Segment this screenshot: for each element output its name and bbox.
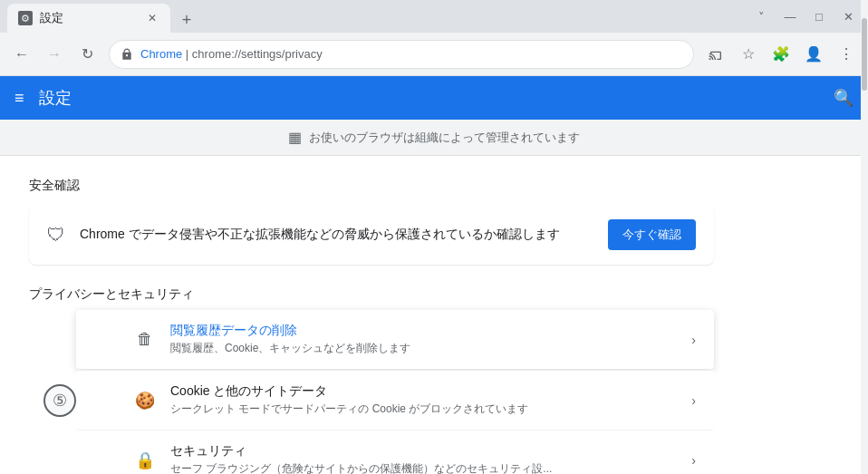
privacy-items-container: ⑤ 🗑 閲覧履歴データの削除 閲覧履歴、Cookie、キャッシュなどを削除します…: [29, 310, 714, 474]
reload-button[interactable]: ↻: [72, 40, 101, 69]
tab-close-button[interactable]: ✕: [145, 11, 159, 25]
managed-icon: ▦: [288, 129, 302, 146]
step-5-badge: ⑤: [43, 384, 76, 417]
security-item[interactable]: 🔒 セキュリティ セーフ ブラウジング（危険なサイトからの保護機能）などのセキュ…: [76, 430, 714, 474]
url-site: Chrome | chrome://settings/privacy: [140, 47, 323, 61]
tab-favicon: ⚙: [18, 11, 33, 25]
back-button[interactable]: ←: [7, 40, 36, 69]
title-bar: ⚙ 設定 ✕ + ˅ — □ ✕: [0, 0, 868, 33]
url-bar[interactable]: Chrome | chrome://settings/privacy: [109, 40, 694, 69]
managed-notice: ▦ お使いのブラウザは組織によって管理されています: [0, 120, 868, 156]
hamburger-icon[interactable]: ≡: [14, 89, 24, 108]
window-close-button[interactable]: ✕: [835, 4, 861, 29]
tab-strip: ⚙ 設定 ✕ +: [7, 0, 199, 33]
lock-icon: [121, 48, 133, 61]
delete-icon: 🗑: [134, 330, 156, 349]
app-title: 設定: [39, 87, 72, 109]
address-bar-actions: ☆ 🧩 👤 ⋮: [701, 40, 861, 69]
cookie-icon: 🍪: [134, 391, 156, 411]
search-icon[interactable]: 🔍: [834, 88, 854, 108]
safety-section-title: 安全確認: [29, 178, 714, 194]
shield-icon: 🛡: [47, 225, 65, 246]
active-tab[interactable]: ⚙ 設定 ✕: [7, 4, 170, 33]
security-text: セキュリティ セーフ ブラウジング（危険なサイトからの保護機能）などのセキュリテ…: [170, 443, 677, 474]
window-controls: ˅ — □ ✕: [748, 4, 861, 29]
safety-check-button[interactable]: 今すぐ確認: [608, 219, 696, 250]
cookie-item[interactable]: 🍪 Cookie と他のサイトデータ シークレット モードでサードパーティの C…: [76, 371, 714, 430]
browsing-history-desc: 閲覧履歴、Cookie、キャッシュなどを削除します: [170, 341, 677, 356]
forward-button[interactable]: →: [40, 40, 69, 69]
security-name: セキュリティ: [170, 443, 677, 459]
maximize-button[interactable]: □: [806, 4, 832, 29]
cookie-desc: シークレット モードでサードパーティの Cookie がブロックされています: [170, 401, 677, 417]
managed-text: お使いのブラウザは組織によって管理されています: [309, 130, 580, 146]
address-bar: ← → ↻ Chrome | chrome://settings/privacy…: [0, 33, 868, 76]
profile-icon[interactable]: 👤: [799, 40, 828, 69]
browsing-history-item[interactable]: 🗑 閲覧履歴データの削除 閲覧履歴、Cookie、キャッシュなどを削除します ›: [76, 310, 714, 369]
bookmark-icon[interactable]: ☆: [734, 40, 763, 69]
browsing-history-text: 閲覧履歴データの削除 閲覧履歴、Cookie、キャッシュなどを削除します: [170, 323, 677, 356]
main-content: ▦ お使いのブラウザは組織によって管理されています 安全確認 🛡 Chrome …: [0, 120, 868, 474]
chevron-right-icon-2: ›: [691, 393, 696, 408]
privacy-section-title: プライバシーとセキュリティ: [29, 286, 714, 303]
app-header: ≡ 設定 🔍: [0, 76, 868, 120]
scrollbar[interactable]: [861, 0, 868, 474]
minimize-button[interactable]: —: [777, 4, 803, 29]
chevron-down-icon[interactable]: ˅: [748, 4, 774, 29]
security-desc: セーフ ブラウジング（危険なサイトからの保護機能）などのセキュリティ設...: [170, 461, 677, 474]
cookie-text: Cookie と他のサイトデータ シークレット モードでサードパーティの Coo…: [170, 383, 677, 417]
menu-icon[interactable]: ⋮: [832, 40, 861, 69]
security-icon: 🔒: [134, 450, 156, 470]
content-area: ▦ お使いのブラウザは組織によって管理されています 安全確認 🛡 Chrome …: [0, 120, 868, 474]
browsing-history-name: 閲覧履歴データの削除: [170, 323, 677, 339]
cookie-name: Cookie と他のサイトデータ: [170, 383, 677, 400]
new-tab-button[interactable]: +: [174, 7, 199, 33]
safety-card-text: Chrome でデータ侵害や不正な拡張機能などの脅威から保護されているか確認しま…: [80, 227, 593, 243]
chevron-right-icon-3: ›: [691, 453, 696, 468]
safety-card: 🛡 Chrome でデータ侵害や不正な拡張機能などの脅威から保護されているか確認…: [29, 205, 714, 265]
tab-title: 設定: [40, 10, 138, 26]
settings-body: 安全確認 🛡 Chrome でデータ侵害や不正な拡張機能などの脅威から保護されて…: [0, 156, 743, 474]
extensions-icon[interactable]: 🧩: [767, 40, 796, 69]
scrollbar-thumb[interactable]: [862, 18, 867, 91]
cast-icon[interactable]: [701, 40, 730, 69]
chevron-right-icon: ›: [691, 333, 696, 347]
